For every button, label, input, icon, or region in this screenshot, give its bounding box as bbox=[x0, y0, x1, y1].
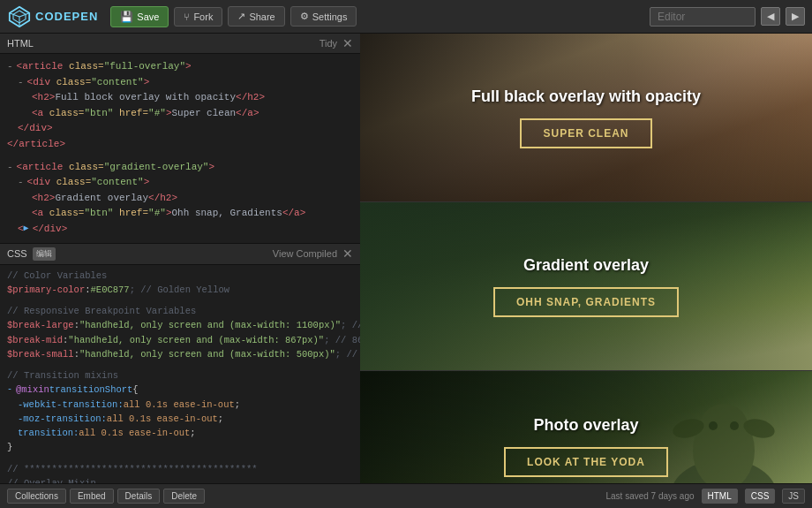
html-close-button[interactable]: ✕ bbox=[342, 37, 353, 49]
arrow-right-button[interactable]: ▶ bbox=[786, 7, 805, 26]
preview-section-1: Full black overlay with opacity SUPER CL… bbox=[360, 34, 812, 201]
html-line-11: < ▶ </div> bbox=[0, 222, 360, 238]
html-line-9: <h2> Gradient overlay </h2> bbox=[0, 191, 360, 207]
html-line-8: - <div class= "content" > bbox=[0, 175, 360, 191]
html-line-10: <a class= "btn" href= "#" > Ohh snap, Gr… bbox=[0, 206, 360, 222]
css-line-13: // *************************************… bbox=[0, 462, 360, 476]
css-line-3: // Responsive Breakpoint Variables bbox=[0, 304, 360, 318]
css-line-7: // Transition mixins bbox=[0, 368, 360, 383]
embed-button[interactable]: Embed bbox=[70, 489, 114, 504]
settings-button[interactable]: ⚙ Settings bbox=[290, 6, 357, 27]
save-button[interactable]: 💾 Save bbox=[110, 6, 169, 27]
preview-panel: Full black overlay with opacity SUPER CL… bbox=[360, 34, 812, 483]
css-code-area: // Color Variables $primary-color : #E0C… bbox=[0, 265, 360, 483]
preview-content-2: Gradient overlay OHH SNAP, GRADIENTS bbox=[360, 202, 812, 370]
css-line-11: transition: all 0.1s ease-in-out ; bbox=[0, 426, 360, 440]
preview-section-3: Photo overlay LOOK AT THE YODA bbox=[360, 371, 812, 483]
css-panel-title: CSS bbox=[7, 248, 27, 259]
html-line-6: </article> bbox=[0, 137, 360, 153]
html-line-4: <a class= "btn" href= "#" > Super clean … bbox=[0, 106, 360, 122]
css-line-12: } bbox=[0, 440, 360, 454]
css-line-5: $break-mid : "handheld, only screen and … bbox=[0, 333, 360, 347]
preview-btn-2[interactable]: OHH SNAP, GRADIENTS bbox=[493, 287, 679, 317]
view-compiled-button[interactable]: View Compiled bbox=[273, 248, 337, 259]
editor-input[interactable] bbox=[650, 7, 756, 27]
arrow-left-button[interactable]: ◀ bbox=[761, 7, 780, 26]
share-button[interactable]: ↗ Share bbox=[228, 6, 284, 27]
css-line-9: -webkit-transition: all 0.1s ease-in-out… bbox=[0, 398, 360, 412]
logo-text: CODEPEN bbox=[35, 10, 98, 23]
bottom-status: Last saved 7 days ago HTML CSS JS bbox=[605, 489, 805, 504]
left-panel: HTML Tidy ✕ - <article class= "full-over… bbox=[0, 34, 360, 483]
editor-area: ◀ ▶ bbox=[650, 7, 805, 27]
html-line-5: </div> bbox=[0, 121, 360, 137]
css-panel-header: CSS 编辑 View Compiled ✕ bbox=[0, 244, 360, 265]
tidy-button[interactable]: Tidy bbox=[320, 38, 337, 49]
html-panel-title: HTML bbox=[7, 38, 34, 49]
css-badge: 编辑 bbox=[33, 247, 56, 261]
html-line-1: - <article class= "full-overlay" > bbox=[0, 59, 360, 75]
html-code-area: - <article class= "full-overlay" > - <di… bbox=[0, 54, 360, 243]
css-line-8: - @mixin transitionShort { bbox=[0, 383, 360, 397]
topbar: CODEPEN 💾 Save ⑂ Fork ↗ Share ⚙ Settings… bbox=[0, 0, 812, 34]
html-section: HTML Tidy ✕ - <article class= "full-over… bbox=[0, 34, 360, 244]
logo: CODEPEN bbox=[7, 4, 98, 29]
html-line-3: <h2> Full block overlay with opacity </h… bbox=[0, 90, 360, 106]
css-line-10: -moz-transition: all 0.1s ease-in-out ; bbox=[0, 412, 360, 426]
preview-btn-1[interactable]: SUPER CLEAN bbox=[520, 118, 651, 148]
lang-js-button[interactable]: JS bbox=[782, 489, 805, 504]
css-line-1: // Color Variables bbox=[0, 269, 360, 283]
preview-content-1: Full black overlay with opacity SUPER CL… bbox=[360, 34, 812, 201]
delete-button[interactable]: Delete bbox=[163, 489, 205, 504]
main-area: HTML Tidy ✕ - <article class= "full-over… bbox=[0, 34, 812, 483]
html-panel-actions: Tidy ✕ bbox=[320, 37, 353, 49]
fork-button[interactable]: ⑂ Fork bbox=[174, 7, 222, 27]
css-panel-actions: View Compiled ✕ bbox=[273, 247, 353, 260]
html-blank-1 bbox=[0, 153, 360, 160]
preview-title-1: Full black overlay with opacity bbox=[471, 87, 701, 106]
css-section: CSS 编辑 View Compiled ✕ // Color Variable… bbox=[0, 244, 360, 483]
css-line-14: // Overlay Mixin bbox=[0, 476, 360, 483]
lang-css-button[interactable]: CSS bbox=[745, 489, 776, 504]
preview-content-3: Photo overlay LOOK AT THE YODA bbox=[360, 371, 812, 483]
preview-title-2: Gradient overlay bbox=[523, 256, 649, 275]
preview-title-3: Photo overlay bbox=[533, 416, 638, 435]
lang-html-button[interactable]: HTML bbox=[702, 489, 738, 504]
bottombar: Collections Embed Details Delete Last sa… bbox=[0, 483, 812, 508]
css-line-2: $primary-color : #E0C877 ; // Golden Yel… bbox=[0, 283, 360, 297]
details-button[interactable]: Details bbox=[117, 489, 161, 504]
collections-button[interactable]: Collections bbox=[7, 489, 66, 504]
html-line-7: - <article class= "gradient-overlay" > bbox=[0, 160, 360, 176]
preview-btn-3[interactable]: LOOK AT THE YODA bbox=[504, 447, 668, 477]
last-saved-text: Last saved 7 days ago bbox=[605, 491, 694, 501]
html-panel-header: HTML Tidy ✕ bbox=[0, 34, 360, 54]
css-line-6: $break-small : "handheld, only screen an… bbox=[0, 347, 360, 361]
css-close-button[interactable]: ✕ bbox=[342, 247, 353, 260]
css-line-4: $break-large : "handheld, only screen an… bbox=[0, 318, 360, 332]
html-line-2: - <div class= "content" > bbox=[0, 75, 360, 91]
preview-section-2: Gradient overlay OHH SNAP, GRADIENTS bbox=[360, 202, 812, 370]
